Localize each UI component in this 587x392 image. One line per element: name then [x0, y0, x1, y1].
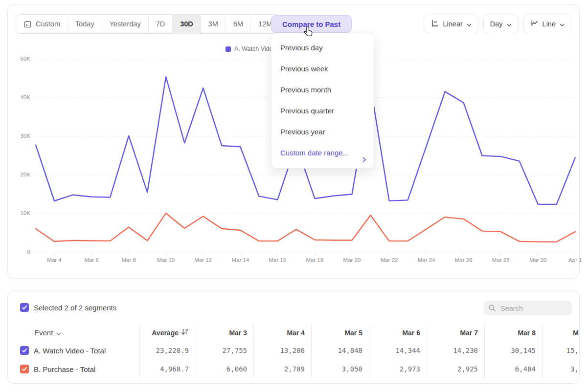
x-tick-label: Mar 26: [449, 257, 478, 263]
table-body: A. Watch Video - Total23,228.927,75513,2…: [8, 341, 579, 378]
range-label: 12M: [258, 20, 272, 28]
x-tick-label: Mar 28: [486, 257, 516, 263]
x-tick-label: Mar 22: [375, 257, 404, 263]
line-chart-icon: [530, 19, 539, 29]
day-header-label: Mar 7: [460, 329, 478, 337]
chevron-down-icon: [560, 20, 564, 28]
calendar-icon: [23, 20, 32, 28]
x-tick-label: Mar 10: [151, 257, 181, 263]
day-header-cell[interactable]: Mar 3: [196, 324, 254, 341]
x-tick-label: Mar 20: [338, 257, 367, 263]
x-tick-label: Mar 24: [412, 257, 441, 263]
y-tick-label: 10K: [8, 210, 30, 216]
day-header-cell[interactable]: Mar 8: [485, 324, 542, 341]
day-value-cell: 27,755: [196, 341, 254, 360]
linear-axis-icon: [430, 19, 439, 29]
search-input[interactable]: [499, 301, 570, 316]
day-value-cell: 30,145: [485, 341, 542, 360]
average-header-cell[interactable]: Average: [140, 324, 196, 341]
custom-date-range-label: Custom date range...: [280, 149, 349, 157]
day-header-cell[interactable]: Mar 4: [254, 324, 312, 341]
day-header-cell[interactable]: M: [542, 324, 579, 341]
x-tick-label: Mar 16: [263, 257, 292, 263]
menu-item-custom-date-range[interactable]: Custom date range...: [271, 142, 374, 163]
x-tick-label: Mar 12: [188, 257, 218, 263]
x-tick-label: Mar 8: [114, 257, 143, 263]
row-checkbox[interactable]: [20, 346, 29, 355]
menu-item-previous-week[interactable]: Previous week: [271, 58, 374, 79]
row-label: B. Purchase - Total: [34, 365, 95, 373]
day-value-cell: 2,925: [427, 360, 485, 378]
day-value-cell: 3,050: [312, 360, 369, 378]
range-button-7d[interactable]: 7D: [148, 15, 173, 33]
range-button-yesterday[interactable]: Yesterday: [102, 15, 148, 33]
range-button-30d[interactable]: 30D: [172, 15, 201, 33]
average-value-cell: 23,228.9: [140, 341, 196, 360]
range-label: 7D: [156, 20, 165, 28]
x-tick-label: Apr 1: [561, 257, 587, 263]
day-value-cell: 2,973: [369, 360, 427, 378]
chevron-down-icon: [467, 20, 472, 28]
segments-table-card: Selected 2 of 2 segments Event Average: [7, 290, 580, 384]
day-header-cell[interactable]: Mar 7: [427, 324, 485, 341]
segments-table: Event Average Mar 3Mar 4Mar 5Mar 6Mar 7M…: [8, 324, 579, 378]
average-value-cell: 4,968.7: [140, 360, 196, 378]
menu-item-previous-month[interactable]: Previous month: [271, 79, 374, 100]
range-button-3m[interactable]: 3M: [201, 15, 226, 33]
day-header-label: Mar 3: [229, 329, 247, 337]
y-tick-label: 40K: [8, 94, 30, 100]
granularity-dropdown[interactable]: Day: [483, 15, 519, 33]
sort-descending-icon: [181, 328, 189, 337]
compare-menu-items: Previous dayPrevious weekPrevious monthP…: [271, 37, 374, 142]
chart-type-dropdown[interactable]: Line: [523, 15, 571, 33]
range-label: 30D: [180, 20, 193, 28]
day-header-cell[interactable]: Mar 6: [369, 324, 427, 341]
select-all-checkbox[interactable]: [20, 303, 29, 312]
x-tick-label: Mar 6: [77, 257, 106, 263]
x-tick-label: Mar 4: [40, 257, 69, 263]
compare-menu: Previous dayPrevious weekPrevious monthP…: [271, 33, 374, 169]
range-button-6m[interactable]: 6M: [226, 15, 250, 33]
search-icon: [488, 304, 497, 312]
table-row: B. Purchase - Total4,968.76,0602,7893,05…: [8, 360, 579, 378]
chart-type-label: Line: [542, 20, 556, 28]
event-cell: A. Watch Video - Total: [8, 341, 140, 360]
chevron-down-icon: [56, 328, 61, 337]
day-header-label: Mar 4: [287, 329, 305, 337]
granularity-label: Day: [490, 20, 503, 28]
range-label: Custom: [36, 20, 60, 28]
day-header-label: Mar 5: [344, 329, 362, 337]
x-tick-label: Mar 14: [226, 257, 255, 263]
legend-item[interactable]: A. Watch Video: [226, 45, 276, 52]
menu-item-previous-year[interactable]: Previous year: [271, 121, 374, 142]
day-value-cell: 6,060: [196, 360, 254, 378]
x-tick-label: Mar 30: [523, 257, 553, 263]
menu-item-previous-day[interactable]: Previous day: [271, 37, 374, 58]
row-checkbox[interactable]: [20, 365, 29, 373]
day-header-label: Mar 8: [518, 329, 536, 337]
range-button-custom[interactable]: Custom: [16, 15, 68, 33]
row-label: A. Watch Video - Total: [34, 347, 106, 355]
day-value-cell: 3,: [542, 360, 579, 378]
chart-option-buttons: Linear Day Line: [424, 15, 571, 33]
scale-dropdown[interactable]: Linear: [424, 15, 478, 33]
search-box: [484, 301, 572, 315]
day-value-cell: 13,286: [254, 341, 312, 360]
event-cell: B. Purchase - Total: [8, 360, 140, 378]
menu-item-previous-quarter[interactable]: Previous quarter: [271, 100, 374, 121]
y-tick-label: 30K: [8, 133, 30, 139]
compare-to-past-button[interactable]: Compare to Past: [271, 15, 352, 33]
event-header-cell[interactable]: Event: [8, 324, 140, 341]
range-label: 3M: [208, 20, 218, 28]
day-header-label: M: [573, 329, 579, 337]
scale-label: Linear: [443, 20, 462, 28]
y-tick-label: 50K: [8, 56, 30, 62]
y-tick-label: 0: [8, 249, 30, 255]
series-B. Purchase: [36, 213, 575, 242]
range-button-today[interactable]: Today: [68, 15, 102, 33]
y-tick-label: 20K: [8, 172, 30, 177]
day-header-cell[interactable]: Mar 5: [312, 324, 369, 341]
average-header-label: Average: [152, 329, 179, 337]
legend-label: A. Watch Video: [234, 45, 276, 52]
event-header-label: Event: [34, 328, 53, 337]
